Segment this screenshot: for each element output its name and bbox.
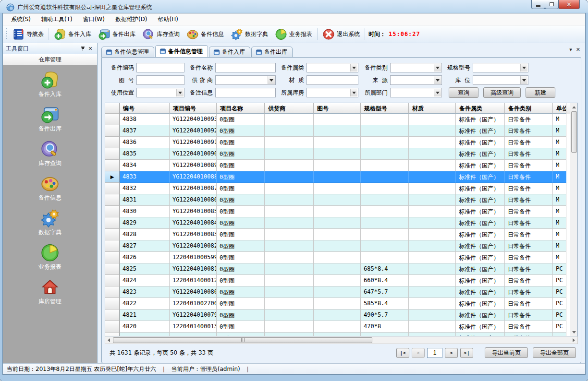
column-header-name[interactable]: 项目名称	[217, 103, 265, 114]
material-input[interactable]	[306, 75, 358, 85]
row-selector[interactable]	[105, 160, 120, 171]
cell-category[interactable]: 标准件（国产）	[456, 114, 505, 125]
cell-type[interactable]: 日常备件	[505, 137, 553, 148]
cell-spec[interactable]	[361, 171, 409, 183]
cell-supplier[interactable]	[265, 229, 314, 240]
cell-id[interactable]: 4833	[120, 171, 170, 183]
cell-supplier[interactable]	[265, 160, 314, 171]
cell-type[interactable]: 日常备件	[505, 183, 553, 194]
next-page-button[interactable]: >	[445, 348, 458, 358]
cell-type[interactable]: 日常备件	[505, 229, 553, 240]
cell-code[interactable]: 1220401002700	[170, 298, 217, 310]
cell-drawing[interactable]	[314, 298, 361, 310]
cell-type[interactable]: 日常备件	[505, 114, 553, 125]
cell-name[interactable]: 0型圈	[217, 171, 265, 183]
table-row[interactable]: ▶4833YG122040100880型圈标准件（国产）日常备件M	[105, 171, 570, 183]
cell-type[interactable]: 日常备件	[505, 148, 553, 160]
cell-supplier[interactable]	[265, 137, 314, 148]
table-row[interactable]: 482212204010027000型圈585*8.4标准件（国产）日常备件PC	[105, 298, 570, 310]
column-header-category[interactable]: 备件属类	[456, 103, 505, 114]
cell-category[interactable]: 标准件（国产）	[456, 275, 505, 286]
cell-unit[interactable]: M	[553, 229, 566, 240]
cell-id[interactable]: 4836	[120, 137, 170, 148]
cell-material[interactable]	[409, 194, 456, 206]
cell-name[interactable]: 0型圈	[217, 183, 265, 194]
cell-unit[interactable]: M	[553, 240, 566, 252]
horizontal-scroll-thumb[interactable]	[113, 337, 372, 343]
cell-code[interactable]: 1220401400013	[170, 321, 217, 333]
cell-unit[interactable]: PC	[553, 286, 566, 298]
cell-material[interactable]	[409, 229, 456, 240]
cell-category[interactable]: 标准件（国产）	[456, 125, 505, 137]
table-row[interactable]: 4831YG122040100860型圈标准件（国产）日常备件M	[105, 194, 570, 206]
cell-id[interactable]: 4823	[120, 286, 170, 298]
column-header-unit[interactable]: 单位	[553, 103, 566, 114]
cell-drawing[interactable]	[314, 275, 361, 286]
cell-code[interactable]: YG12204010093	[170, 114, 217, 125]
scroll-left-icon[interactable]	[105, 336, 112, 344]
cell-type[interactable]: 日常备件	[505, 171, 553, 183]
row-selector[interactable]	[105, 275, 120, 286]
toolbar-button-part-inbound[interactable]: 备件入库	[50, 26, 95, 42]
query-button[interactable]: 查询	[449, 87, 478, 98]
row-selector[interactable]	[105, 240, 120, 252]
cell-unit[interactable]: M	[553, 217, 566, 229]
cell-spec[interactable]: 647*5.7	[361, 286, 409, 298]
table-row[interactable]: 4825YG122040100810型圈685*8.4标准件（国产）日常备件PC	[105, 263, 570, 275]
cell-drawing[interactable]	[314, 171, 361, 183]
column-header-material[interactable]: 材质	[409, 103, 456, 114]
cell-supplier[interactable]	[265, 240, 314, 252]
cell-spec[interactable]	[361, 206, 409, 217]
cell-spec[interactable]	[361, 160, 409, 171]
cell-unit[interactable]: PC	[553, 321, 566, 333]
cell-code[interactable]	[170, 333, 217, 336]
tab-part-inbound[interactable]: 备件入库	[209, 47, 250, 57]
supplier-combobox[interactable]	[215, 75, 276, 85]
row-selector[interactable]	[105, 206, 120, 217]
cell-drawing[interactable]	[314, 114, 361, 125]
vertical-scroll-thumb[interactable]	[571, 111, 577, 153]
first-page-button[interactable]: |<	[396, 348, 409, 358]
tab-part-outbound[interactable]: 备件出库	[251, 47, 293, 57]
cell-unit[interactable]: PC	[553, 275, 566, 286]
cell-id[interactable]	[120, 333, 170, 336]
cell-id[interactable]: 4828	[120, 229, 170, 240]
cell-material[interactable]	[409, 171, 456, 183]
cell-supplier[interactable]	[265, 171, 314, 183]
table-row[interactable]: 4829YG122040100840型圈标准件（国产）日常备件M	[105, 217, 570, 229]
cell-spec[interactable]	[361, 217, 409, 229]
cell-category[interactable]: 标准件（国产）	[456, 298, 505, 310]
cell-name[interactable]: 0型圈	[217, 240, 265, 252]
cell-name[interactable]: 0型圈	[217, 160, 265, 171]
row-selector[interactable]	[105, 114, 120, 125]
cell-type[interactable]: 日常备件	[505, 252, 553, 263]
tab-list-dropdown-icon[interactable]: ▾	[569, 47, 572, 53]
cell-material[interactable]	[409, 114, 456, 125]
cell-drawing[interactable]	[314, 252, 361, 263]
table-row[interactable]: 4836YG122040100910型圈标准件（国产）日常备件M	[105, 137, 570, 148]
cell-material[interactable]	[409, 333, 456, 336]
tab-close-icon[interactable]: ✕	[576, 47, 580, 53]
cell-name[interactable]: 0型圈	[217, 137, 265, 148]
cell-material[interactable]	[409, 252, 456, 263]
menu-item[interactable]: 帮助(H)	[153, 13, 184, 25]
cell-name[interactable]: 0型圈	[217, 125, 265, 137]
cell-code[interactable]: 1220401400012	[170, 275, 217, 286]
cell-code[interactable]: YG12204010086	[170, 194, 217, 206]
cell-category[interactable]: 标准件（国产）	[456, 333, 505, 336]
toolbar-button-navigator[interactable]: 导航条	[9, 26, 47, 42]
cell-spec[interactable]: 490*5.7	[361, 310, 409, 321]
row-selector[interactable]	[105, 183, 120, 194]
cell-spec[interactable]	[361, 240, 409, 252]
cell-name[interactable]: 0型圈	[217, 217, 265, 229]
table-row[interactable]: 4823YG122040100800型圈647*5.7标准件（国产）日常备件PC	[105, 286, 570, 298]
table-row[interactable]: 4832YG122040100870型圈标准件（国产）日常备件M	[105, 183, 570, 194]
cell-code[interactable]: YG12204010081	[170, 263, 217, 275]
title-bar[interactable]: 广州爱奇迪软件科技有限公司-深田之星仓库管理系统 ✕	[2, 0, 586, 13]
cell-supplier[interactable]	[265, 217, 314, 229]
cell-category[interactable]: 标准件（国产）	[456, 310, 505, 321]
cell-type[interactable]: 日常备件	[505, 286, 553, 298]
column-header-spec[interactable]: 规格型号	[361, 103, 409, 114]
cell-category[interactable]: 标准件（国产）	[456, 263, 505, 275]
cell-unit[interactable]	[553, 333, 566, 336]
